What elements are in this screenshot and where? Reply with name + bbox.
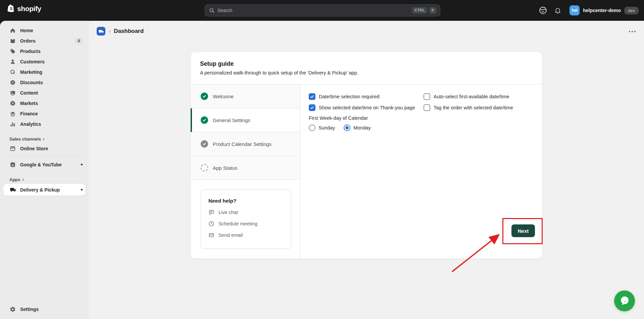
setup-steps-column: Welcome General Settings Product Calenda… [191,85,300,259]
first-weekday-label: First Week-day of Calendar [309,115,544,121]
next-button[interactable]: Next [511,224,535,237]
sidekick-assistant-icon[interactable] [539,6,547,15]
radio-sunday[interactable]: Sunday [309,124,335,131]
sidebar-divider [7,156,82,157]
setup-guide-card: Setup guide A personalized walk-through … [191,52,542,259]
svg-text:$: $ [12,102,14,105]
sidebar-item-products[interactable]: Products [3,46,85,56]
gear-icon [9,306,16,313]
sidebar-item-markets[interactable]: $ Markets [3,98,85,108]
delivery-app-icon[interactable] [97,27,105,36]
need-help-title: Need help? [208,198,284,204]
sidebar-item-online-store[interactable]: Online Store [3,143,85,154]
step-app-status[interactable]: App Status [191,156,300,180]
chevron-right-icon: › [22,177,24,182]
tag-icon [9,48,16,55]
sales-channels-header[interactable]: Sales channels › [3,135,85,143]
step-welcome[interactable]: Welcome [191,85,300,108]
live-chat-link[interactable]: Live chat [208,209,284,215]
topbar-right: hel helpcenter-demo dev [539,0,639,21]
schedule-meeting-link[interactable]: Schedule meeting [208,221,284,227]
checkbox-unchecked-icon [424,104,430,111]
radio-monday[interactable]: Monday [344,124,371,131]
clock-icon [208,221,214,227]
sidebar-item-discounts[interactable]: Discounts [3,77,85,88]
main-content: › Dashboard Setup guide A personalized w… [89,21,644,319]
chat-widget-button[interactable] [614,290,635,311]
setup-guide-subtitle: A personalized walk-through to quick set… [200,70,533,75]
app-status-dot [81,189,83,191]
check-circle-icon [201,116,208,124]
checkbox-unchecked-icon [424,93,430,100]
radio-selected-icon [344,124,350,131]
env-badge: dev [624,7,639,14]
svg-text:G: G [11,163,14,166]
sidebar-item-orders[interactable]: Orders 4 [3,36,85,46]
checkbox-checked-icon [309,104,315,111]
sidebar-item-settings[interactable]: Settings [3,304,85,314]
google-icon: G [9,161,16,168]
dashed-circle-icon [201,164,208,171]
storefront-icon [9,145,16,152]
markets-icon: $ [9,100,16,107]
checkbox-auto-select[interactable]: Auto-select first-available date/time [424,93,544,100]
send-email-link[interactable]: Send email [208,232,284,238]
sidebar-item-analytics[interactable]: Analytics [3,119,85,129]
check-circle-icon [201,93,208,100]
topbar: S shopify CTRL K hel [0,0,644,21]
store-account-chip[interactable]: hel helpcenter-demo dev [569,5,639,15]
shortcut-k-key: K [429,7,437,14]
checkbox-datetime-required[interactable]: Date/time selection required [309,93,424,100]
envelope-icon [208,232,214,238]
truck-icon [9,187,16,193]
notifications-bell-icon[interactable] [554,7,561,14]
discount-icon [9,79,16,86]
checkbox-tag-order[interactable]: Tag the order with selected date/time [424,104,544,111]
setup-guide-title: Setup guide [200,60,533,67]
orders-icon [9,38,16,44]
page-title: Dashboard [114,28,144,35]
shopify-bag-icon: S [7,4,15,13]
global-search[interactable]: CTRL K [205,4,440,16]
sidebar-item-google-youtube[interactable]: G Google & YouTube [3,159,85,170]
content-icon [9,90,16,96]
store-avatar: hel [569,5,580,15]
orders-count-badge: 4 [75,38,83,44]
channel-status-dot [81,164,83,165]
more-actions-icon[interactable] [627,28,638,35]
step-product-calendar-settings[interactable]: Product Calendar Settings [191,132,300,156]
checkbox-show-on-thankyou[interactable]: Show selected date/time on Thank-you pag… [309,104,424,111]
shopify-logo[interactable]: S shopify [7,4,41,13]
sidebar-item-marketing[interactable]: Marketing [3,67,85,77]
shopify-wordmark: shopify [17,5,41,13]
checkbox-checked-icon [309,93,315,100]
admin-frame: Home Orders 4 Products Customers Marke [0,21,644,319]
store-name: helpcenter-demo [583,8,621,13]
svg-text:S: S [10,6,12,11]
sidebar: Home Orders 4 Products Customers Marke [0,21,89,319]
apps-header[interactable]: Apps › [3,175,85,184]
chat-smile-icon [618,295,631,307]
page-header: › Dashboard [89,21,644,42]
marketing-icon [9,69,16,75]
finance-icon [9,110,16,117]
radio-unselected-icon [309,124,315,131]
breadcrumb-chevron-icon: › [109,28,110,34]
sidebar-item-home[interactable]: Home [3,25,85,36]
sidebar-item-finance[interactable]: Finance [3,108,85,119]
check-circle-muted-icon [201,140,208,148]
setup-guide-header: Setup guide A personalized walk-through … [191,52,542,85]
search-icon [209,8,215,13]
step-general-settings[interactable]: General Settings [191,108,300,132]
sidebar-item-delivery-pickup[interactable]: Delivery & Pickup [3,184,85,196]
analytics-icon [9,121,16,127]
general-settings-panel: Date/time selection required Auto-select… [300,85,544,259]
shortcut-ctrl-key: CTRL [412,7,427,14]
chevron-right-icon: › [43,136,45,142]
chat-bubble-icon [208,209,214,215]
sidebar-item-content[interactable]: Content [3,88,85,98]
customers-icon [9,58,16,65]
sidebar-item-customers[interactable]: Customers [3,56,85,67]
need-help-box: Need help? Live chat Schedule meeting [201,190,291,249]
search-input[interactable] [217,8,410,13]
